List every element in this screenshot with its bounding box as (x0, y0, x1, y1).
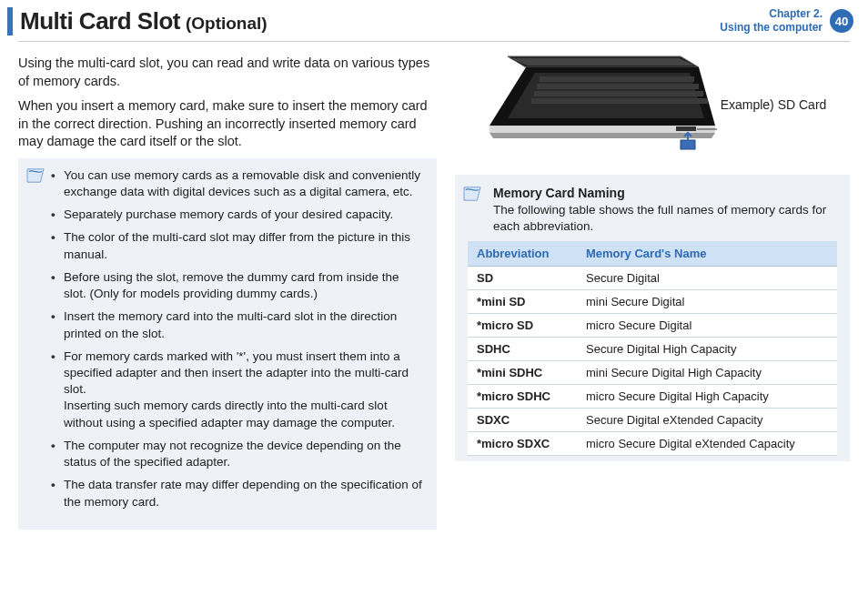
svg-rect-10 (676, 126, 696, 131)
svg-rect-4 (540, 76, 694, 82)
table-row: *mini SDHCmini Secure Digital High Capac… (468, 361, 837, 385)
chapter-text: Chapter 2. Using the computer (720, 7, 823, 35)
chapter-block: Chapter 2. Using the computer 40 (720, 7, 853, 35)
note-item: Insert the memory card into the multi-ca… (64, 308, 424, 341)
note-subtext: Inserting such memory cards directly int… (64, 398, 424, 430)
note-icon (462, 186, 482, 202)
memory-card-table: Abbreviation Memory Card's Name SDSecure… (468, 241, 837, 456)
page-number-badge: 40 (830, 9, 853, 33)
note-item: You can use memory cards as a removable … (64, 167, 424, 200)
table-body: SDSecure Digital *mini SDmini Secure Dig… (468, 267, 837, 456)
note-item: For memory cards marked with '*', you mu… (64, 348, 424, 431)
table-header-row: Abbreviation Memory Card's Name (468, 241, 837, 267)
laptop-figure: Example) SD Card (455, 55, 850, 155)
page-title-sub: (Optional) (186, 14, 267, 34)
memory-card-naming-box: Memory Card Naming The following table s… (455, 175, 850, 461)
note-item: Before using the slot, remove the dummy … (64, 269, 424, 302)
table-row: SDHCSecure Digital High Capacity (468, 338, 837, 361)
svg-rect-5 (537, 84, 699, 89)
page-header: Multi Card Slot (Optional) Chapter 2. Us… (0, 0, 868, 39)
naming-description: The following table shows the full names… (493, 202, 837, 234)
table-row: *mini SDmini Secure Digital (468, 290, 837, 314)
col-abbrev-header: Abbreviation (468, 241, 577, 267)
naming-title: Memory Card Naming (493, 186, 837, 200)
intro-text: Using the multi-card slot, you can read … (18, 55, 437, 151)
chapter-line-2: Using the computer (720, 21, 823, 35)
table-row: SDXCSecure Digital eXtended Capacity (468, 409, 837, 432)
left-column: Using the multi-card slot, you can read … (18, 55, 437, 530)
note-item: The color of the multi-card slot may dif… (64, 229, 424, 262)
note-item: The data transfer rate may differ depend… (64, 477, 424, 510)
notes-list: You can use memory cards as a removable … (31, 167, 424, 510)
content-columns: Using the multi-card slot, you can read … (0, 55, 868, 530)
table-row: *micro SDmicro Secure Digital (468, 314, 837, 338)
note-item: Separately purchase memory cards of your… (64, 207, 424, 223)
svg-marker-1 (510, 58, 695, 66)
table-row: *micro SDHCmicro Secure Digital High Cap… (468, 385, 837, 409)
svg-marker-9 (490, 133, 715, 138)
table-row: *micro SDXCmicro Secure Digital eXtended… (468, 432, 837, 456)
laptop-illustration (471, 55, 717, 155)
intro-paragraph-2: When you insert a memory card, make sure… (18, 97, 437, 151)
chapter-line-1: Chapter 2. (720, 7, 823, 21)
col-name-header: Memory Card's Name (577, 241, 837, 267)
note-icon (25, 167, 45, 184)
header-divider (18, 41, 850, 42)
right-column: Example) SD Card Memory Card Naming The … (455, 55, 850, 530)
page-title-main: Multi Card Slot (20, 7, 180, 35)
notes-box: You can use memory cards as a removable … (18, 158, 437, 530)
page-title-block: Multi Card Slot (Optional) (7, 7, 267, 35)
table-row: SDSecure Digital (468, 267, 837, 290)
svg-rect-6 (534, 91, 703, 96)
figure-caption: Example) SD Card (721, 97, 827, 112)
svg-rect-7 (531, 98, 708, 104)
intro-paragraph-1: Using the multi-card slot, you can read … (18, 55, 437, 90)
note-item: The computer may not recognize the devic… (64, 438, 424, 470)
